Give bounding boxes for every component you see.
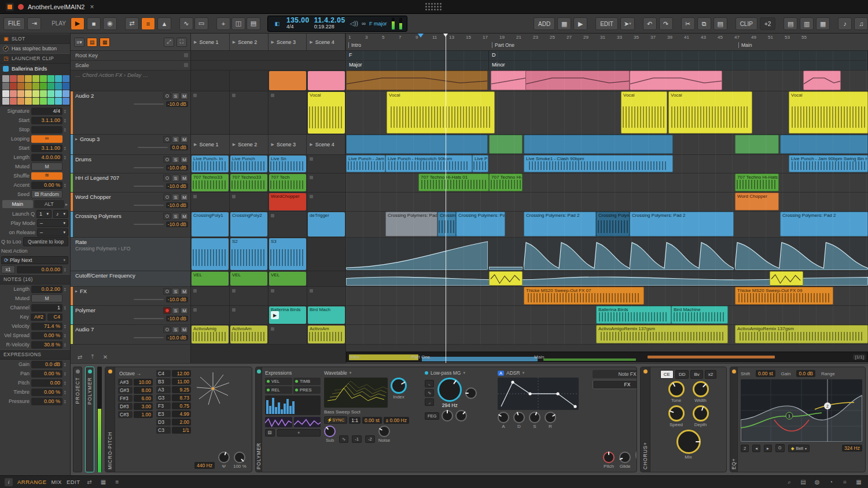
arranger-clip[interactable]: Vocal [668, 91, 752, 134]
tab-polymer[interactable]: POLYMER [85, 367, 94, 472]
scale-icon[interactable]: ♫ [854, 17, 868, 30]
chorus-knob-width[interactable]: Width [693, 381, 709, 403]
clip-stop-button[interactable] [310, 176, 313, 179]
time-signature[interactable]: 4/4 [286, 24, 310, 30]
env-amount-knob[interactable] [442, 410, 453, 422]
arranger-clip[interactable] [346, 135, 488, 154]
track-row-word-chopper[interactable]: Word ChopperSM-10.0 dB [71, 193, 190, 212]
launcher-cell[interactable] [307, 71, 346, 91]
clip-stop-button[interactable] [193, 289, 197, 293]
device-name-strip[interactable]: POLYMER [256, 367, 262, 472]
launcher-cell[interactable]: ActivoAm [307, 325, 346, 344]
launcher-cell[interactable]: WordChopper [269, 193, 307, 211]
expression-bars-chart[interactable] [265, 395, 321, 415]
color-swatch[interactable] [2, 90, 9, 97]
monitor-icon[interactable]: ▭ [194, 17, 208, 30]
fine-tune[interactable]: ± 0.00 Hz [384, 417, 409, 424]
stepper[interactable]: ▴▾ [64, 267, 68, 272]
launcher-cell[interactable]: Ballerina Birds▶ [269, 306, 307, 324]
arranger-lane-6[interactable]: 707 Techno Hi-Hats 01707 Techno Hi-H707 … [346, 173, 868, 193]
volume-slider[interactable] [134, 205, 164, 206]
track-row-scale[interactable]: Scale [71, 61, 190, 71]
arranger-clip[interactable] [780, 135, 868, 154]
solo-button[interactable]: S [172, 213, 179, 220]
arranger-clip[interactable]: ActivoAmigoRemix 137gsm [735, 325, 868, 343]
launcher-cell[interactable]: S3 [269, 238, 307, 271]
mute-button[interactable]: M [181, 136, 188, 143]
launcher-clip[interactable]: ActivoAm [308, 326, 345, 343]
notifications-icon[interactable]: ◔ [826, 478, 836, 486]
color-swatch[interactable] [32, 83, 39, 90]
launcher-clip[interactable]: Live Punch [230, 156, 267, 172]
launcher-cell[interactable]: Live Sn [269, 155, 307, 173]
arranger-clip[interactable] [525, 71, 630, 90]
launcher-cell[interactable]: deTrigger [307, 212, 346, 237]
track-row-fx[interactable]: ▸FXSM-10.0 dB [71, 287, 190, 306]
next-action-count[interactable]: x1 [1, 265, 15, 273]
piano-keys-icon[interactable]: ▦ [854, 478, 863, 486]
scene-header-scene-3[interactable]: ▶Scene 3 [269, 34, 307, 50]
paste-icon[interactable]: ▤ [713, 17, 727, 30]
index-knob[interactable] [391, 378, 407, 394]
pitch-map-row[interactable]: A39.25 [156, 386, 191, 393]
mix-view-button[interactable]: MIX [51, 479, 61, 485]
stop-button[interactable]: ■ [87, 17, 101, 30]
volume-value[interactable]: -10.0 dB [166, 165, 188, 171]
launcher-cell[interactable] [191, 306, 230, 324]
arranger-clip[interactable] [735, 135, 779, 154]
arranger-clip[interactable] [524, 135, 673, 154]
reference-freq[interactable]: 440 Hz [194, 462, 215, 469]
arranger-clip[interactable]: 21 + Rate [630, 238, 734, 270]
launcher-cell[interactable] [230, 287, 269, 305]
export-icon[interactable]: ⇥ [27, 17, 41, 30]
launcher-cell[interactable] [269, 91, 307, 134]
arranger-clip[interactable]: Crossing Polymers: Pad 2 [630, 212, 734, 236]
track-row-rate[interactable]: RateCrossing Polymers › LFO [71, 238, 190, 271]
arranger-lane-13[interactable]: ActivoAmigoRemix 137gsmActivoAmigoRemix … [346, 325, 868, 345]
key-root-F[interactable]: F [346, 51, 489, 60]
close-dot-icon[interactable] [18, 4, 24, 10]
volume-slider[interactable] [134, 337, 164, 338]
sub-knob[interactable] [324, 426, 336, 437]
pitch-map-row[interactable]: C412.00 [156, 370, 191, 377]
pitch-map-row[interactable]: D#33.00 [118, 403, 153, 410]
launcher-clip[interactable]: ActivoAm [230, 326, 267, 343]
launcher-clip[interactable]: Ballerina Birds▶ [269, 306, 306, 324]
mute-button[interactable]: M [181, 213, 188, 220]
env-knob-s[interactable]: S [529, 412, 540, 429]
sync-ratio[interactable]: 1:1 [349, 417, 361, 424]
out-knob[interactable] [635, 447, 637, 463]
arranger-clip[interactable]: Crossing Polymers [596, 212, 630, 236]
launcher-cell[interactable] [269, 212, 307, 237]
amount-knob[interactable] [234, 452, 245, 463]
color-swatch[interactable] [47, 75, 54, 82]
solo-button[interactable]: S [172, 326, 179, 333]
color-swatch[interactable] [40, 98, 47, 105]
track-row-cutoff-center-frequency[interactable]: Cutoff/Center Frequency [71, 271, 190, 287]
chorus-knob-depth[interactable]: Depth [693, 405, 709, 427]
stop-button[interactable] [184, 53, 188, 57]
clip-stop-button[interactable] [271, 94, 274, 97]
pitch-map-row[interactable]: D32.00 [156, 419, 191, 426]
search-icon[interactable]: ⌕ [785, 478, 794, 486]
arranger-lane-2[interactable] [346, 71, 868, 91]
launcher-cell[interactable]: Live Punch- In [191, 155, 230, 173]
launcher-clip[interactable]: VEL [192, 272, 229, 286]
color-swatch[interactable] [10, 75, 17, 82]
launcher-grid-icon[interactable]: ▤ [87, 38, 97, 47]
volume-slider[interactable] [138, 147, 168, 148]
next-action-select[interactable]: ⟳ Play Next▾ [1, 256, 68, 264]
tab-alt[interactable]: ALT [34, 200, 65, 208]
launcher-clip[interactable]: S3 [269, 238, 306, 270]
solo-button[interactable]: S [172, 307, 179, 314]
band-prev-icon[interactable]: ◂ [752, 445, 760, 452]
wavetable-visualization[interactable] [324, 378, 388, 408]
tab-project[interactable]: PROJECT [73, 367, 82, 472]
launcher-clip[interactable]: 707 Techno33 [192, 174, 229, 191]
pitch-map-row[interactable]: C#31.00 [118, 411, 153, 418]
pitch-map-row[interactable]: A#310.00 [118, 379, 153, 386]
arranger-clip[interactable]: Bird Machine [671, 306, 728, 324]
image-pane-icon[interactable]: ▤ [247, 17, 260, 30]
add-panel-icon[interactable]: + [216, 17, 230, 30]
arranger-clip[interactable]: Thicke MS20 Sweep-Out FX 07 [524, 287, 644, 305]
